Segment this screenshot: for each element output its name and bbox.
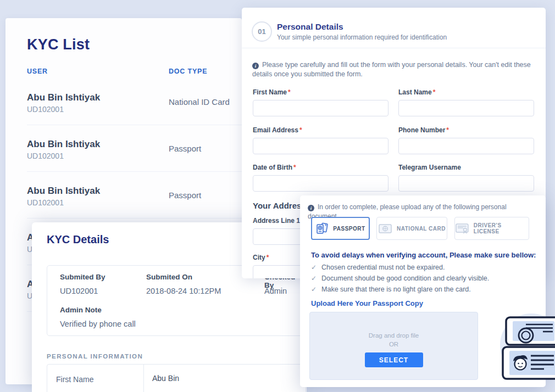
kyc-admin-screen: KYC List USER DOC TYPE Abu Bin Ishtiyak … — [0, 0, 555, 392]
checklist-text: Document should be good condition and cl… — [321, 275, 489, 282]
checklist-item: ✓Chosen credential must not be expaired. — [311, 264, 445, 271]
phone-number-field: Phone Number* — [398, 126, 534, 154]
telegram-username-input[interactable] — [398, 175, 534, 192]
address-section-title: Your Address — [253, 201, 306, 210]
passport-card-graphic — [506, 317, 555, 345]
required-marker: * — [267, 254, 269, 261]
required-marker: * — [446, 126, 449, 134]
select-file-button[interactable]: SELECT — [365, 352, 423, 367]
upload-here-label: Upload Here Your Passport Copy — [311, 299, 423, 307]
submitted-on-value: 2018-08-24 10:12PM — [146, 287, 221, 295]
admin-note-value: Verified by phone call — [60, 320, 136, 328]
checked-by-value: Admin — [264, 287, 287, 295]
first-name-input[interactable] — [253, 100, 389, 116]
id-cards-illustration — [495, 306, 555, 392]
personal-information-table: First Name Abu Bin — [47, 364, 306, 392]
form-note-text: Please type carefully and fill out the f… — [252, 61, 531, 78]
doc-type-value: Passport — [169, 144, 201, 153]
first-name-field: First Name* — [253, 88, 389, 116]
field-label: Email Address* — [253, 126, 389, 134]
national-card-icon — [378, 222, 392, 234]
check-icon: ✓ — [311, 275, 317, 282]
kyc-details-title: KYC Details — [47, 233, 109, 246]
kyc-list-row[interactable]: Abu Bin Ishtiyak UD102001 National ID Ca… — [27, 84, 242, 125]
header-divider — [242, 48, 546, 48]
required-marker: * — [299, 126, 302, 134]
user-name: Abu Bin Ishtiyak — [27, 139, 100, 150]
table-row-label: First Name — [56, 375, 93, 384]
kyc-list-title: KYC List — [27, 36, 90, 53]
doc-option-drivers-license[interactable]: DRIVER'S LICENSE — [454, 217, 529, 240]
doc-type-value: Passport — [169, 191, 201, 200]
field-label: Last Name* — [398, 88, 534, 96]
doc-option-label: NATIONAL CARD — [397, 226, 446, 232]
table-column-divider — [143, 365, 144, 392]
instructions-heading: To avoid delays when verifying account, … — [311, 251, 536, 259]
personal-details-title: Personal Details — [277, 22, 343, 32]
user-name: Abu Bin Ishtiyak — [27, 186, 100, 197]
required-marker: * — [433, 88, 436, 96]
field-label: First Name* — [253, 88, 389, 96]
doc-option-national-card[interactable]: NATIONAL CARD — [376, 217, 447, 240]
check-icon: ✓ — [311, 285, 317, 293]
date-of-birth-field: Date of Birth* — [253, 164, 389, 192]
user-name: Abu Bin Ishtiyak — [27, 92, 100, 103]
column-header-user: USER — [27, 68, 48, 75]
required-marker: * — [288, 88, 291, 96]
date-of-birth-input[interactable] — [253, 175, 389, 192]
step-number-badge: 01 — [252, 21, 272, 42]
checklist-item: ✓Document should be good condition and c… — [311, 275, 489, 282]
info-icon: i — [308, 205, 314, 211]
submitted-by-value: UD102001 — [60, 287, 98, 295]
field-label: Date of Birth* — [253, 164, 389, 171]
kyc-list-row[interactable]: Abu Bin Ishtiyak UD102001 Passport — [27, 177, 242, 219]
telegram-username-field: Telegram Username — [398, 164, 534, 192]
passport-icon — [315, 222, 329, 235]
personal-details-subtitle: Your simple personal information require… — [277, 33, 447, 41]
doc-option-label: DRIVER'S LICENSE — [474, 222, 529, 234]
doc-option-passport[interactable]: PASSPORT — [311, 217, 370, 240]
checklist-text: Chosen credential must not be expaired. — [321, 264, 445, 271]
user-id: UD102001 — [27, 105, 64, 114]
required-marker: * — [293, 164, 296, 171]
field-label: Phone Number* — [398, 126, 534, 134]
info-icon: i — [252, 63, 259, 69]
email-address-input[interactable] — [253, 138, 389, 154]
submitted-by-label: Submited By — [60, 273, 106, 281]
form-note: iPlease type carefully and fill out the … — [252, 60, 539, 79]
doc-type-value: National ID Card — [169, 97, 230, 107]
dropzone-or: OR — [310, 341, 478, 348]
phone-number-input[interactable] — [398, 138, 534, 154]
check-icon: ✓ — [311, 264, 317, 271]
column-header-doc-type: DOC TYPE — [169, 68, 207, 75]
id-card-graphic — [503, 347, 555, 379]
last-name-input[interactable] — [398, 100, 534, 116]
table-row-value: Abu Bin — [152, 374, 179, 383]
checklist-text: Make sure that there is no light glare o… — [321, 285, 471, 293]
email-address-field: Email Address* — [253, 126, 389, 154]
submitted-on-label: Submited On — [146, 273, 192, 281]
personal-information-heading: PERSONAL INFORMATION — [47, 353, 143, 360]
file-dropzone[interactable]: Drag and drop file OR SELECT — [309, 312, 478, 380]
user-id: UD102001 — [27, 198, 64, 207]
admin-note-label: Admin Note — [60, 306, 102, 314]
drivers-license-icon — [455, 222, 469, 234]
field-label: Telegram Username — [398, 164, 534, 171]
kyc-list-row[interactable]: Abu Bin Ishtiyak UD102001 Passport — [27, 131, 242, 172]
last-name-field: Last Name* — [398, 88, 534, 116]
checklist-item: ✓Make sure that there is no light glare … — [311, 285, 471, 293]
user-id: UD102001 — [27, 152, 64, 160]
doc-option-label: PASSPORT — [333, 226, 365, 232]
dropzone-hint: Drag and drop file — [310, 332, 478, 339]
